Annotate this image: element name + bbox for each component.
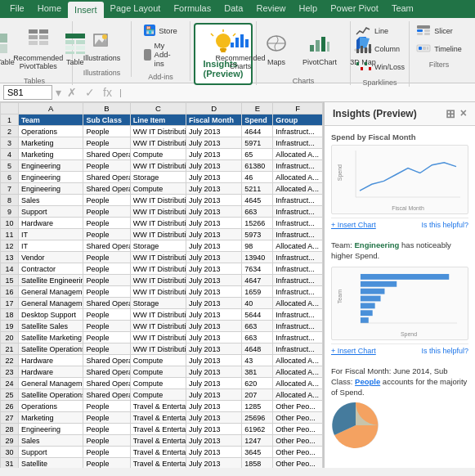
cell-r20-c1[interactable]: People: [83, 332, 130, 344]
col-header-a[interactable]: A: [19, 103, 83, 115]
table-row[interactable]: 4MarketingShared OperatioComputeJuly 201…: [1, 149, 323, 160]
cell-r4-c4[interactable]: 65: [242, 149, 273, 160]
cell-r24-c4[interactable]: 620: [242, 378, 273, 389]
table-row[interactable]: 29SalesPeopleTravel & EntertainmeJuly 20…: [1, 435, 323, 447]
table-row[interactable]: 18Desktop SupportPeopleWW IT Distributio…: [1, 309, 323, 321]
sparkline-winloss-button[interactable]: Win/Loss: [352, 59, 408, 75]
col-header-b[interactable]: B: [83, 103, 130, 115]
cell-r12-c0[interactable]: IT: [19, 240, 83, 252]
cell-r3-c2[interactable]: WW IT Distributions: [130, 137, 186, 149]
table-row[interactable]: 15Satellite EngineeringPeopleWW IT Distr…: [1, 275, 323, 286]
cell-r21-c5[interactable]: Infrastruct...: [273, 344, 323, 355]
cell-r12-c5[interactable]: Allocated A...: [273, 240, 323, 252]
cell-r2-c2[interactable]: WW IT Distributions: [130, 126, 186, 137]
cell-r27-c0[interactable]: Marketing: [19, 412, 83, 424]
cell-r15-c2[interactable]: WW IT Distributions: [130, 275, 186, 286]
cell-r12-c2[interactable]: Storage: [130, 240, 186, 252]
cell-r29-c2[interactable]: Travel & Entertainme: [130, 435, 186, 447]
table-row[interactable]: 22HardwareShared OperatioComputeJuly 201…: [1, 355, 323, 366]
cell-r29-c5[interactable]: Other Peo...: [273, 435, 323, 447]
cell-r19-c1[interactable]: People: [83, 321, 130, 332]
cell-r3-c0[interactable]: Marketing: [19, 137, 83, 149]
cell-r29-c3[interactable]: July 2013: [186, 435, 241, 447]
cell-r18-c0[interactable]: Desktop Support: [19, 309, 83, 321]
cell-r22-c3[interactable]: July 2013: [186, 355, 241, 366]
cell-r26-c2[interactable]: Travel & Entertainme: [130, 401, 186, 412]
panel-close-button[interactable]: ×: [460, 107, 467, 120]
cell-r16-c3[interactable]: July 2013: [186, 286, 241, 298]
header-cell-0[interactable]: Team: [19, 115, 83, 126]
cell-r26-c1[interactable]: People: [83, 401, 130, 412]
cell-r20-c2[interactable]: WW IT Distributions: [130, 332, 186, 344]
cell-r12-c1[interactable]: Shared Operatio: [83, 240, 130, 252]
table-row[interactable]: 28EngineeringPeopleTravel & EntertainmeJ…: [1, 424, 323, 435]
cell-r2-c5[interactable]: Infrastruct...: [273, 126, 323, 137]
cell-r21-c2[interactable]: WW IT Distributions: [130, 344, 186, 355]
tab-home[interactable]: Home: [31, 0, 68, 18]
sparkline-column-button[interactable]: Column: [352, 41, 408, 57]
cell-r26-c4[interactable]: 1285: [242, 401, 273, 412]
cell-r27-c5[interactable]: Other Peo...: [273, 412, 323, 424]
cell-r17-c5[interactable]: Allocated A...: [273, 298, 323, 309]
cell-r28-c5[interactable]: Other Peo...: [273, 424, 323, 435]
cell-r28-c4[interactable]: 61962: [242, 424, 273, 435]
cell-r3-c3[interactable]: July 2013: [186, 137, 241, 149]
cell-r13-c4[interactable]: 13940: [242, 252, 273, 263]
cell-r24-c2[interactable]: Compute: [130, 378, 186, 389]
tab-data[interactable]: Data: [217, 0, 249, 18]
cell-r10-c4[interactable]: 15266: [242, 218, 273, 229]
cell-r14-c4[interactable]: 7634: [242, 263, 273, 275]
cell-r6-c4[interactable]: 46: [242, 172, 273, 183]
cell-r23-c1[interactable]: Shared Operatio: [83, 366, 130, 378]
cell-r9-c4[interactable]: 663: [242, 206, 273, 218]
cell-r3-c5[interactable]: Infrastruct...: [273, 137, 323, 149]
table-row[interactable]: 26OperationsPeopleTravel & EntertainmeJu…: [1, 401, 323, 412]
table-row[interactable]: 31SatellitePeopleTravel & EntertainmeJul…: [1, 458, 323, 469]
cell-r12-c3[interactable]: July 2013: [186, 240, 241, 252]
cell-r5-c2[interactable]: WW IT Distributions: [130, 160, 186, 172]
table-row[interactable]: 23HardwareShared OperatioComputeJuly 201…: [1, 366, 323, 378]
cell-r11-c5[interactable]: Infrastruct...: [273, 229, 323, 240]
cell-r30-c5[interactable]: Other Peo...: [273, 447, 323, 458]
cell-r24-c3[interactable]: July 2013: [186, 378, 241, 389]
tab-page-layout[interactable]: Page Layout: [104, 0, 168, 18]
cell-r10-c2[interactable]: WW IT Distributions: [130, 218, 186, 229]
cell-r18-c3[interactable]: July 2013: [186, 309, 241, 321]
tab-file[interactable]: File: [3, 0, 31, 18]
chart2-helpful-button[interactable]: Is this helpful?: [421, 347, 468, 355]
cell-r27-c3[interactable]: July 2013: [186, 412, 241, 424]
table-row[interactable]: 17General ManagementShared OperatioStora…: [1, 298, 323, 309]
cell-r4-c0[interactable]: Marketing: [19, 149, 83, 160]
cell-r11-c4[interactable]: 5973: [242, 229, 273, 240]
cell-r25-c4[interactable]: 207: [242, 389, 273, 401]
cell-r23-c4[interactable]: 381: [242, 366, 273, 378]
chart1-insert-button[interactable]: + Insert Chart: [331, 221, 376, 229]
table-row[interactable]: 30SupportPeopleTravel & EntertainmeJuly …: [1, 447, 323, 458]
table-row[interactable]: 2OperationsPeopleWW IT DistributionsJuly…: [1, 126, 323, 137]
tab-formulas[interactable]: Formulas: [167, 0, 217, 18]
formula-input[interactable]: [127, 88, 472, 97]
cell-r20-c3[interactable]: July 2013: [186, 332, 241, 344]
cell-r19-c2[interactable]: WW IT Distributions: [130, 321, 186, 332]
cell-r16-c5[interactable]: Infrastruct...: [273, 286, 323, 298]
tab-review[interactable]: Review: [249, 0, 292, 18]
cell-r22-c2[interactable]: Compute: [130, 355, 186, 366]
cell-r16-c4[interactable]: 1659: [242, 286, 273, 298]
cell-r18-c5[interactable]: Infrastruct...: [273, 309, 323, 321]
col-header-d[interactable]: D: [186, 103, 241, 115]
cell-r13-c0[interactable]: Vendor: [19, 252, 83, 263]
cell-r28-c3[interactable]: July 2013: [186, 424, 241, 435]
table-row[interactable]: 8SalesPeopleWW IT DistributionsJuly 2013…: [1, 195, 323, 206]
cell-r17-c4[interactable]: 40: [242, 298, 273, 309]
cell-r25-c2[interactable]: Compute: [130, 389, 186, 401]
table-row[interactable]: 16General ManagementPeopleWW IT Distribu…: [1, 286, 323, 298]
cell-r4-c5[interactable]: Allocated A...: [273, 149, 323, 160]
cell-r30-c2[interactable]: Travel & Entertainme: [130, 447, 186, 458]
table-row[interactable]: 6EngineeringShared OperatioStorageJuly 2…: [1, 172, 323, 183]
cell-r14-c0[interactable]: Contractor: [19, 263, 83, 275]
timeline-button[interactable]: Timeline: [413, 41, 465, 57]
cell-r3-c4[interactable]: 5971: [242, 137, 273, 149]
cell-r5-c5[interactable]: Infrastruct...: [273, 160, 323, 172]
cell-r25-c1[interactable]: Shared Operatio: [83, 389, 130, 401]
cell-r27-c2[interactable]: Travel & Entertainme: [130, 412, 186, 424]
